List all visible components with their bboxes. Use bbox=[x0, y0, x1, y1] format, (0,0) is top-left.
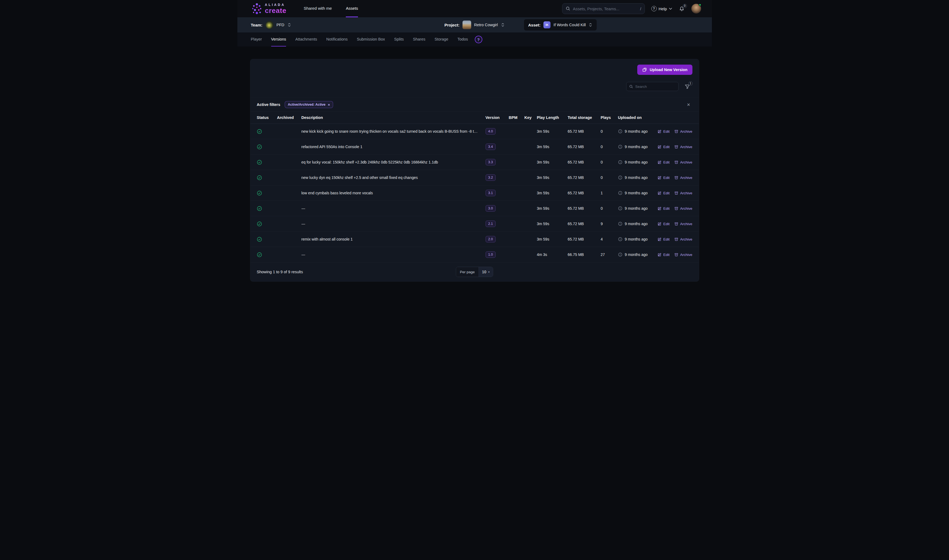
play-length-cell: 3m 59s bbox=[537, 129, 568, 134]
asset-select-chevrons[interactable] bbox=[589, 23, 592, 27]
notifications-bell[interactable]: 0 bbox=[679, 6, 685, 12]
close-filters-icon[interactable]: × bbox=[687, 102, 690, 107]
info-icon[interactable] bbox=[618, 237, 622, 242]
tab[interactable]: Versions bbox=[271, 32, 286, 46]
edit-button[interactable]: Edit bbox=[658, 253, 669, 257]
filter-chip[interactable]: Active/Archived: Active × bbox=[285, 101, 333, 108]
logo[interactable]: ALIADA create bbox=[251, 0, 287, 17]
versions-search-input[interactable] bbox=[635, 85, 676, 89]
active-check-icon bbox=[257, 237, 277, 242]
status-cell bbox=[257, 191, 277, 196]
tab[interactable]: Shares bbox=[413, 32, 425, 46]
edit-label: Edit bbox=[663, 160, 669, 164]
context-bar: Team: PFD Project: Retro Cowgirl Asset: … bbox=[237, 17, 712, 32]
user-avatar[interactable] bbox=[691, 4, 701, 14]
team-selector[interactable]: Team: PFD bbox=[251, 21, 291, 29]
versions-icon bbox=[642, 67, 647, 72]
tab[interactable]: Splits bbox=[394, 32, 404, 46]
remove-filter-icon[interactable]: × bbox=[328, 103, 330, 106]
info-icon[interactable] bbox=[618, 175, 622, 180]
per-page-value[interactable]: 10 ▾ bbox=[479, 267, 493, 277]
table-row: refactored API 550As into Console 1 3.4 … bbox=[250, 139, 699, 155]
archive-button[interactable]: Archive bbox=[674, 129, 692, 134]
version-cell: 1.0 bbox=[485, 251, 509, 258]
tab[interactable]: Storage bbox=[434, 32, 448, 46]
archive-button[interactable]: Archive bbox=[674, 253, 692, 257]
play-length-cell: 3m 59s bbox=[537, 206, 568, 211]
uploaded-cell: 9 months ago bbox=[618, 129, 659, 134]
archive-button[interactable]: Archive bbox=[674, 237, 692, 242]
primary-nav: Shared with me Assets bbox=[303, 0, 358, 17]
version-description: new lucky dyn eq 150khz shelf +2.5 and o… bbox=[302, 175, 485, 180]
project-name: Retro Cowgirl bbox=[474, 23, 498, 27]
tabs-help-button[interactable]: ? bbox=[475, 36, 482, 43]
col-archived: Archived bbox=[277, 115, 302, 120]
active-check-icon bbox=[257, 222, 277, 226]
tab[interactable]: Submission Box bbox=[357, 32, 385, 46]
team-select-chevrons[interactable] bbox=[287, 23, 291, 27]
version-badge: 3.3 bbox=[485, 159, 496, 165]
tab[interactable]: Attachments bbox=[295, 32, 317, 46]
version-cell: 3.3 bbox=[485, 159, 509, 165]
version-description: — bbox=[302, 222, 485, 226]
edit-button[interactable]: Edit bbox=[658, 237, 669, 242]
archive-button[interactable]: Archive bbox=[674, 222, 692, 226]
project-select-chevrons[interactable] bbox=[501, 23, 505, 27]
edit-button[interactable]: Edit bbox=[658, 206, 669, 211]
project-selector[interactable]: Project: Retro Cowgirl bbox=[444, 20, 505, 29]
archive-button[interactable]: Archive bbox=[674, 176, 692, 180]
info-icon[interactable] bbox=[618, 222, 622, 226]
version-cell: 4.0 bbox=[485, 128, 509, 135]
archive-button[interactable]: Archive bbox=[674, 160, 692, 164]
versions-search[interactable] bbox=[626, 82, 679, 91]
upload-new-version-button[interactable]: Upload New Version bbox=[637, 65, 692, 75]
filter-button[interactable]: 1 bbox=[685, 84, 690, 89]
logo-wordmark-bottom: create bbox=[265, 7, 287, 14]
plays-cell: 27 bbox=[601, 252, 618, 257]
archive-button[interactable]: Archive bbox=[674, 191, 692, 195]
info-icon[interactable] bbox=[618, 145, 622, 149]
pencil-icon bbox=[658, 191, 662, 195]
col-uploaded-on: Uploaded on bbox=[618, 115, 659, 120]
edit-button[interactable]: Edit bbox=[658, 145, 669, 149]
info-icon[interactable] bbox=[618, 160, 622, 164]
edit-label: Edit bbox=[663, 253, 669, 257]
archive-label: Archive bbox=[680, 176, 692, 180]
nav-item[interactable]: Assets bbox=[346, 0, 358, 17]
col-bpm: BPM bbox=[509, 115, 525, 120]
info-icon[interactable] bbox=[618, 191, 622, 195]
logo-dots-icon bbox=[251, 3, 262, 15]
version-badge: 3.1 bbox=[485, 190, 496, 196]
project-thumbnail bbox=[462, 20, 471, 29]
global-search-input[interactable] bbox=[573, 6, 638, 11]
status-cell bbox=[257, 237, 277, 242]
edit-button[interactable]: Edit bbox=[658, 129, 669, 134]
archive-button[interactable]: Archive bbox=[674, 206, 692, 211]
edit-button[interactable]: Edit bbox=[658, 222, 669, 226]
pencil-icon bbox=[658, 206, 662, 211]
version-cell: 2.0 bbox=[485, 236, 509, 242]
archive-button[interactable]: Archive bbox=[674, 145, 692, 149]
version-cell: 3.4 bbox=[485, 143, 509, 150]
tab[interactable]: Notifications bbox=[327, 32, 348, 46]
team-avatar bbox=[265, 21, 274, 29]
edit-button[interactable]: Edit bbox=[658, 191, 669, 195]
help-menu[interactable]: ? Help bbox=[651, 6, 672, 11]
per-page-select[interactable]: Per page 10 ▾ bbox=[456, 267, 493, 277]
tab[interactable]: Todos bbox=[458, 32, 468, 46]
edit-button[interactable]: Edit bbox=[658, 160, 669, 164]
nav-item[interactable]: Shared with me bbox=[303, 0, 332, 17]
storage-cell: 65.72 MB bbox=[568, 175, 601, 180]
uploaded-cell: 9 months ago bbox=[618, 191, 659, 195]
info-icon[interactable] bbox=[618, 252, 622, 257]
plays-cell: 4 bbox=[601, 237, 618, 242]
edit-button[interactable]: Edit bbox=[658, 176, 669, 180]
info-icon[interactable] bbox=[618, 206, 622, 211]
edit-label: Edit bbox=[663, 176, 669, 180]
global-search[interactable]: / bbox=[562, 3, 645, 14]
pencil-icon bbox=[658, 253, 662, 257]
tab[interactable]: Player bbox=[251, 32, 262, 46]
table-header-row: Status Archived Description Version BPM … bbox=[250, 111, 699, 124]
info-icon[interactable] bbox=[618, 129, 622, 134]
asset-selector[interactable]: Asset: IK If Words Could Kill bbox=[524, 19, 597, 31]
